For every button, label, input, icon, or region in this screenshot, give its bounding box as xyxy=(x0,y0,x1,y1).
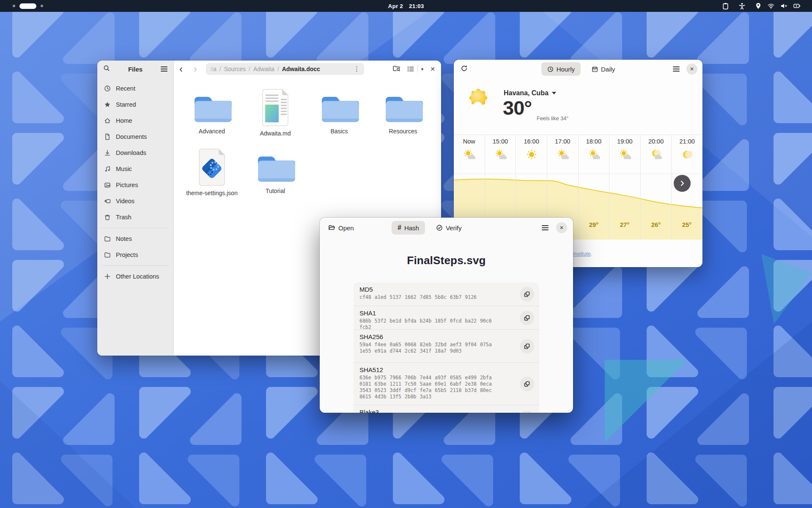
sidebar-item-home[interactable]: Home xyxy=(100,113,171,129)
copy-button[interactable] xyxy=(520,339,534,353)
copy-button[interactable] xyxy=(520,411,534,413)
next-hours-button[interactable] xyxy=(674,175,691,192)
sidebar-item-videos[interactable]: Videos xyxy=(100,193,171,209)
copy-button[interactable] xyxy=(520,377,534,391)
temperature-label: 29° xyxy=(581,221,606,228)
sidebar-item-notes[interactable]: Notes xyxy=(100,231,171,247)
sidebar-item-recent[interactable]: Recent xyxy=(100,80,171,97)
clock-icon xyxy=(547,66,554,72)
hash-dialog-window: Open # Hash Verify ✕ FinalSteps.svg MD5 … xyxy=(320,218,573,413)
chevron-right-icon xyxy=(679,180,686,187)
forward-button[interactable]: › xyxy=(188,61,203,77)
video-camera-icon xyxy=(104,198,111,204)
clock-date: Apr 2 xyxy=(388,3,403,9)
breadcrumb-fade xyxy=(206,63,215,75)
folder-open-icon xyxy=(328,224,335,231)
file-item-theme-settings-json[interactable]: theme-settings.json xyxy=(180,148,244,196)
file-item-resources[interactable]: Resources xyxy=(371,92,435,135)
sidebar-item-other-locations[interactable]: Other Locations xyxy=(100,268,171,284)
attribution-link[interactable]: Institute xyxy=(572,251,591,257)
sidebar-item-pictures[interactable]: Pictures xyxy=(100,177,171,193)
current-conditions: Havana, Cuba 30° Feels like 34° xyxy=(454,78,702,135)
json-file-icon xyxy=(196,148,228,186)
tab-verify[interactable]: Verify xyxy=(436,224,462,232)
dialog-close-button[interactable]: ✕ xyxy=(556,222,567,233)
divider xyxy=(417,65,418,73)
tab-daily[interactable]: Daily xyxy=(592,66,615,73)
file-item-advanced[interactable]: Advanced xyxy=(180,92,244,135)
file-item-tutorial[interactable]: Tutorial xyxy=(244,152,307,194)
document-icon xyxy=(104,133,111,140)
copy-icon xyxy=(524,343,530,350)
folder-icon xyxy=(383,92,423,124)
copy-icon xyxy=(524,291,530,298)
sun-cloud-icon xyxy=(463,149,475,160)
file-item-basics[interactable]: Basics xyxy=(307,92,371,135)
view-toggle[interactable]: ▾ xyxy=(407,65,424,73)
back-button[interactable]: ‹ xyxy=(174,61,188,77)
breadcrumb-segment[interactable]: Adwaita xyxy=(253,66,274,72)
download-icon xyxy=(104,149,111,156)
hash-row-sha512: SHA512 636e b975 7966 706b 7e44 a93f 058… xyxy=(354,362,539,405)
sun-cloud-icon xyxy=(556,149,569,160)
sun-cloud-icon xyxy=(494,149,507,160)
sun-cloud-icon xyxy=(460,83,497,121)
folder-icon xyxy=(192,92,232,124)
sun-icon xyxy=(525,149,538,160)
moon-cloud-icon xyxy=(650,149,662,160)
search-folder-icon[interactable] xyxy=(392,65,401,74)
folder-icon xyxy=(319,92,359,124)
star-icon xyxy=(104,101,111,108)
app-title: Files xyxy=(110,66,161,73)
markdown-file-icon xyxy=(259,88,291,127)
hash-row-sha256: SHA256 59a4 f4ee 0a65 0068 82eb 32bd aef… xyxy=(354,329,539,362)
list-view-icon xyxy=(407,66,414,72)
sidebar-item-starred[interactable]: Starred xyxy=(100,97,171,113)
tab-hourly[interactable]: Hourly xyxy=(541,62,581,76)
copy-button[interactable] xyxy=(520,311,534,325)
kebab-menu-icon[interactable]: ⋮ xyxy=(354,65,360,73)
desktop: Apr 2 21:03 xyxy=(0,0,812,508)
sidebar-item-music[interactable]: Music xyxy=(100,161,171,177)
window-close-button[interactable]: ✕ xyxy=(430,66,435,72)
temperature-label: 27° xyxy=(612,221,637,228)
home-icon xyxy=(104,117,111,124)
open-button[interactable]: Open xyxy=(328,224,354,232)
picture-icon xyxy=(104,182,111,188)
moon-icon xyxy=(681,149,694,160)
sidebar-separator xyxy=(102,228,169,228)
copy-icon xyxy=(524,381,530,387)
sidebar-item-projects[interactable]: Projects xyxy=(100,247,171,263)
weather-headerbar: Hourly Daily ✕ xyxy=(454,60,702,78)
clock-time: 21:03 xyxy=(409,3,424,9)
chevron-down-icon[interactable]: ▾ xyxy=(421,66,424,72)
temperature-label: 26° xyxy=(643,221,669,228)
sidebar-separator xyxy=(102,265,169,266)
file-item-adwaita-md[interactable]: Adwaita.md xyxy=(244,88,307,137)
files-sidebar-header: Files xyxy=(97,61,173,77)
breadcrumb-current[interactable]: Adwaita.docc xyxy=(282,66,320,72)
sidebar-item-trash[interactable]: Trash xyxy=(100,209,171,225)
feels-like: Feels like 34° xyxy=(537,116,568,121)
menu-icon[interactable] xyxy=(161,66,167,72)
copy-icon xyxy=(524,315,530,321)
copy-button[interactable] xyxy=(520,287,534,301)
hash-row-sha1: SHA1 686b 53f2 be1d bfda b24b 185f 0fcd … xyxy=(354,306,539,329)
sidebar-item-downloads[interactable]: Downloads xyxy=(100,145,171,161)
breadcrumb[interactable]: ita / Sources / Adwaita / Adwaita.docc ⋮ xyxy=(206,63,364,75)
trash-icon xyxy=(104,214,111,221)
clock[interactable]: Apr 2 21:03 xyxy=(0,3,812,9)
temperature-label: 25° xyxy=(674,221,700,228)
search-icon[interactable] xyxy=(103,65,110,73)
sun-cloud-icon xyxy=(587,149,600,160)
sidebar-item-documents[interactable]: Documents xyxy=(100,129,171,145)
music-note-icon xyxy=(104,166,111,172)
tab-hash[interactable]: # Hash xyxy=(392,221,425,235)
hash-row-md5: MD5 cf48 a1ed 5137 1662 7d85 5b8c 63b7 9… xyxy=(354,282,539,306)
menu-icon[interactable] xyxy=(542,225,549,230)
calendar-icon xyxy=(592,66,598,72)
breadcrumb-segment[interactable]: Sources xyxy=(224,66,246,72)
sun-cloud-icon xyxy=(618,149,631,160)
folder-icon xyxy=(255,152,295,184)
files-sidebar: Files Recent Starred Home Documents xyxy=(97,61,174,356)
